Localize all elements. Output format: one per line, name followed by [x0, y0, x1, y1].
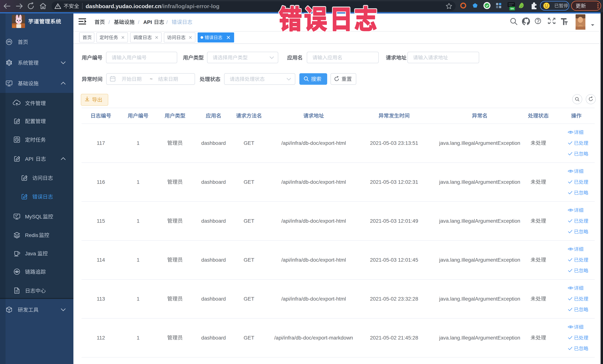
svg-text:dashboard.yudao.iocoder.cn/inf: dashboard.yudao.iocoder.cn/infra/log/api… [86, 3, 220, 9]
svg-text:117: 117 [97, 140, 105, 146]
svg-text:1: 1 [137, 335, 139, 341]
svg-text:2021-05-03 12:01:45: 2021-05-03 12:01:45 [370, 257, 418, 263]
svg-text:dashboard: dashboard [201, 179, 226, 185]
svg-text:API: API [25, 156, 33, 162]
svg-text:/api/infra/db-doc/export-html: /api/infra/db-doc/export-html [281, 140, 346, 146]
svg-text:2021-05-02 23:32:28: 2021-05-02 23:32:28 [370, 296, 418, 302]
svg-text:java.lang.IllegalArgumentExcep: java.lang.IllegalArgumentException [439, 140, 520, 146]
svg-text:java.lang.IllegalArgumentExcep: java.lang.IllegalArgumentException [439, 179, 520, 185]
svg-text:dashboard: dashboard [201, 296, 226, 302]
svg-text:GET: GET [244, 257, 254, 263]
svg-text:2021-05-03 12:01:49: 2021-05-03 12:01:49 [370, 218, 418, 224]
svg-text:java.lang.IllegalArgumentExcep: java.lang.IllegalArgumentException [439, 296, 520, 302]
svg-text:1: 1 [137, 296, 139, 302]
svg-text:1: 1 [137, 140, 139, 146]
svg-text:GET: GET [244, 296, 254, 302]
svg-text:java.lang.IllegalArgumentExcep: java.lang.IllegalArgumentException [439, 218, 520, 224]
svg-text:2021-05-02 21:45:28: 2021-05-02 21:45:28 [370, 335, 418, 341]
svg-text:java.lang.IllegalArgumentExcep: java.lang.IllegalArgumentException [439, 335, 520, 341]
svg-text:Redis: Redis [25, 232, 38, 238]
svg-text:1: 1 [137, 179, 139, 185]
svg-text:/api/infra/db-doc/export-html: /api/infra/db-doc/export-html [281, 218, 346, 224]
svg-text:GET: GET [244, 335, 254, 341]
svg-text:/api/infra/db-doc/export-html: /api/infra/db-doc/export-html [281, 179, 346, 185]
svg-text:dashboard: dashboard [201, 257, 226, 263]
svg-text:116: 116 [97, 179, 105, 185]
svg-text:MySQL: MySQL [25, 214, 42, 220]
svg-text:/api/infra/db-doc/export-html: /api/infra/db-doc/export-html [281, 257, 346, 263]
svg-text:1: 1 [137, 257, 139, 263]
svg-text:dashboard: dashboard [201, 218, 226, 224]
svg-text:/api/infra/db-doc/export-markd: /api/infra/db-doc/export-markdown [274, 335, 353, 341]
svg-text:113: 113 [97, 296, 105, 302]
svg-text:2021-05-03 23:13:51: 2021-05-03 23:13:51 [370, 140, 418, 146]
svg-text:GET: GET [244, 218, 254, 224]
svg-text:112: 112 [97, 335, 105, 341]
svg-text:~: ~ [150, 76, 152, 82]
svg-text:on: on [510, 7, 514, 10]
svg-text:114: 114 [97, 257, 105, 263]
svg-text:/: / [138, 19, 139, 25]
svg-text:dashboard: dashboard [201, 335, 226, 341]
svg-text:2021-05-03 12:02:31: 2021-05-03 12:02:31 [370, 179, 418, 185]
svg-text:/: / [108, 19, 110, 25]
svg-text:/api/infra/db-doc/export-html: /api/infra/db-doc/export-html [281, 296, 346, 302]
svg-text:java.lang.IllegalArgumentExcep: java.lang.IllegalArgumentException [439, 257, 520, 263]
svg-text:dashboard: dashboard [201, 140, 226, 146]
svg-text:/: / [166, 19, 168, 25]
svg-text:GET: GET [244, 140, 254, 146]
svg-text:115: 115 [97, 218, 105, 224]
svg-text:Java: Java [25, 251, 36, 257]
svg-text:GET: GET [244, 179, 254, 185]
svg-text:API: API [143, 19, 152, 25]
svg-text:1: 1 [137, 218, 139, 224]
